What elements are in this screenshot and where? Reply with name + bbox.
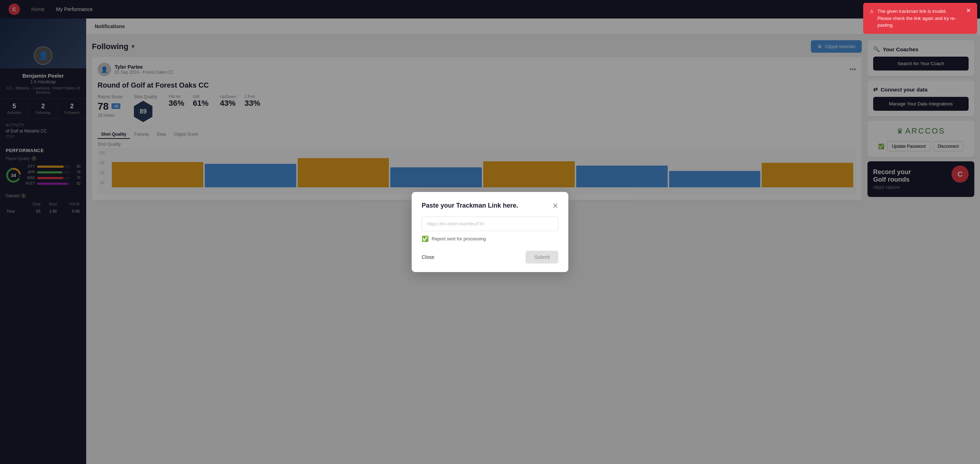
modal-title: Paste your Trackman Link here. xyxy=(422,202,518,210)
modal-submit-button[interactable]: Submit xyxy=(526,251,558,264)
modal-close-button[interactable]: Close xyxy=(422,254,434,260)
modal-overlay: Paste your Trackman Link here. ✕ ✅ Repor… xyxy=(0,0,980,464)
status-text: Report sent for processing xyxy=(431,236,486,242)
toast-message: The given trackman link is invalid. Plea… xyxy=(877,8,960,29)
toast-close-button[interactable]: ✕ xyxy=(966,8,971,14)
status-check-icon: ✅ xyxy=(422,235,429,242)
toast-warning-icon: ⚠ xyxy=(870,8,874,15)
modal-status: ✅ Report sent for processing xyxy=(422,235,558,242)
modal-close-x-button[interactable]: ✕ xyxy=(552,202,558,210)
trackman-link-input[interactable] xyxy=(422,216,558,231)
trackman-modal: Paste your Trackman Link here. ✕ ✅ Repor… xyxy=(412,192,568,272)
error-toast: ⚠ The given trackman link is invalid. Pl… xyxy=(863,3,977,34)
modal-footer: Close Submit xyxy=(422,251,558,264)
modal-header: Paste your Trackman Link here. ✕ xyxy=(422,202,558,210)
